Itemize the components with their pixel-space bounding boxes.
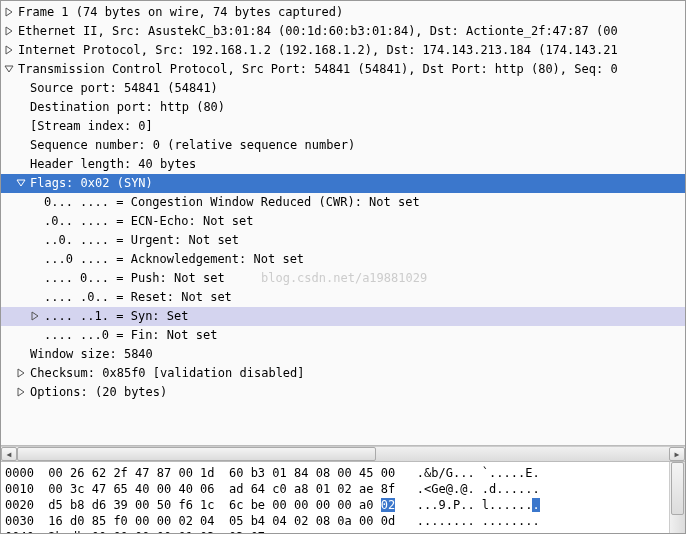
- ip-row[interactable]: Internet Protocol, Src: 192.168.1.2 (192…: [1, 41, 685, 60]
- hex-row[interactable]: 0000 00 26 62 2f 47 87 00 1d 60 b3 01 84…: [5, 465, 681, 481]
- hlen-label: Header length: 40 bytes: [30, 157, 196, 171]
- frame-label: Frame 1 (74 bytes on wire, 74 bytes capt…: [18, 5, 343, 19]
- hex-bytes: 00 3c 47 65 40 00 40 06 ad 64 c0 a8 01 0…: [48, 482, 395, 496]
- hex-row[interactable]: 0040 2b db 00 00 00 00 01 03 03 07 +....…: [5, 529, 681, 533]
- hex-row[interactable]: 0010 00 3c 47 65 40 00 40 06 ad 64 c0 a8…: [5, 481, 681, 497]
- horizontal-scrollbar[interactable]: ◀ ▶: [1, 446, 685, 462]
- flag-psh-row[interactable]: .... 0... = Push: Not setblog.csdn.net/a…: [1, 269, 685, 288]
- hex-row[interactable]: 0020 d5 b8 d6 39 00 50 f6 1c 6c be 00 00…: [5, 497, 681, 513]
- ip-label: Internet Protocol, Src: 192.168.1.2 (192…: [18, 43, 618, 57]
- srcport-label: Source port: 54841 (54841): [30, 81, 218, 95]
- flags-label: Flags: 0x02 (SYN): [30, 176, 153, 190]
- stream-label: [Stream index: 0]: [30, 119, 153, 133]
- flags-row[interactable]: Flags: 0x02 (SYN): [1, 174, 685, 193]
- expand-icon[interactable]: [4, 45, 16, 57]
- flag-ecn-row[interactable]: .0.. .... = ECN-Echo: Not set: [1, 212, 685, 231]
- expand-icon[interactable]: [4, 7, 16, 19]
- hex-ascii-selected: .: [532, 498, 539, 512]
- seq-label: Sequence number: 0 (relative sequence nu…: [30, 138, 355, 152]
- seq-row[interactable]: Sequence number: 0 (relative sequence nu…: [1, 136, 685, 155]
- hex-offset: 0010: [5, 482, 34, 496]
- hex-byte-selected: 02: [381, 498, 395, 512]
- scrollbar-track[interactable]: [17, 447, 669, 461]
- flag-rst-row[interactable]: .... .0.. = Reset: Not set: [1, 288, 685, 307]
- tcp-row[interactable]: Transmission Control Protocol, Src Port:…: [1, 60, 685, 79]
- stream-row[interactable]: [Stream index: 0]: [1, 117, 685, 136]
- hex-bytes: d5 b8 d6 39 00 50 f6 1c 6c be 00 00 00 0…: [48, 498, 380, 512]
- flag-fin-label: .... ...0 = Fin: Not set: [44, 328, 217, 342]
- hex-offset: 0000: [5, 466, 34, 480]
- hex-bytes: 00 26 62 2f 47 87 00 1d 60 b3 01 84 08 0…: [48, 466, 395, 480]
- hex-ascii: ...9.P.. l......: [417, 498, 533, 512]
- expand-icon[interactable]: [30, 311, 42, 323]
- options-label: Options: (20 bytes): [30, 385, 167, 399]
- hex-ascii: +....... ..: [417, 530, 496, 533]
- scrollbar-thumb[interactable]: [17, 447, 376, 461]
- dstport-label: Destination port: http (80): [30, 100, 225, 114]
- flag-urg-label: ..0. .... = Urgent: Not set: [44, 233, 239, 247]
- flag-ack-row[interactable]: ...0 .... = Acknowledgement: Not set: [1, 250, 685, 269]
- expand-icon[interactable]: [16, 368, 28, 380]
- scrollbar-thumb[interactable]: [671, 462, 684, 515]
- dstport-row[interactable]: Destination port: http (80): [1, 98, 685, 117]
- flag-ack-label: ...0 .... = Acknowledgement: Not set: [44, 252, 304, 266]
- checksum-label: Checksum: 0x85f0 [validation disabled]: [30, 366, 305, 380]
- flag-ecn-label: .0.. .... = ECN-Echo: Not set: [44, 214, 254, 228]
- vertical-scrollbar[interactable]: [669, 462, 685, 533]
- collapse-icon[interactable]: [4, 64, 16, 76]
- srcport-row[interactable]: Source port: 54841 (54841): [1, 79, 685, 98]
- hex-ascii: .&b/G... `.....E.: [417, 466, 540, 480]
- tcp-label: Transmission Control Protocol, Src Port:…: [18, 62, 618, 76]
- hex-offset: 0020: [5, 498, 34, 512]
- scroll-right-icon[interactable]: ▶: [669, 447, 685, 461]
- collapse-icon[interactable]: [16, 178, 28, 190]
- expand-icon[interactable]: [4, 26, 16, 38]
- flag-fin-row[interactable]: .... ...0 = Fin: Not set: [1, 326, 685, 345]
- winsize-label: Window size: 5840: [30, 347, 153, 361]
- hex-row[interactable]: 0030 16 d0 85 f0 00 00 02 04 05 b4 04 02…: [5, 513, 681, 529]
- flag-syn-row[interactable]: .... ..1. = Syn: Set: [1, 307, 685, 326]
- flag-psh-label: .... 0... = Push: Not set: [44, 271, 225, 285]
- watermark-text: blog.csdn.net/a19881029: [261, 270, 427, 287]
- hex-bytes: 2b db 00 00 00 00 01 03 03 07: [48, 530, 265, 533]
- ethernet-row[interactable]: Ethernet II, Src: AsustekC_b3:01:84 (00:…: [1, 22, 685, 41]
- hlen-row[interactable]: Header length: 40 bytes: [1, 155, 685, 174]
- scroll-left-icon[interactable]: ◀: [1, 447, 17, 461]
- winsize-row[interactable]: Window size: 5840: [1, 345, 685, 364]
- flag-rst-label: .... .0.. = Reset: Not set: [44, 290, 232, 304]
- hex-offset: 0030: [5, 514, 34, 528]
- hex-ascii: ........ ........: [417, 514, 540, 528]
- options-row[interactable]: Options: (20 bytes): [1, 383, 685, 402]
- checksum-row[interactable]: Checksum: 0x85f0 [validation disabled]: [1, 364, 685, 383]
- hex-bytes: 16 d0 85 f0 00 00 02 04 05 b4 04 02 08 0…: [48, 514, 395, 528]
- flag-syn-label: .... ..1. = Syn: Set: [44, 309, 189, 323]
- expand-icon[interactable]: [16, 387, 28, 399]
- hex-dump-pane[interactable]: 0000 00 26 62 2f 47 87 00 1d 60 b3 01 84…: [1, 462, 685, 533]
- flag-urg-row[interactable]: ..0. .... = Urgent: Not set: [1, 231, 685, 250]
- hex-ascii: .<Ge@.@. .d......: [417, 482, 540, 496]
- hex-offset: 0040: [5, 530, 34, 533]
- flag-cwr-row[interactable]: 0... .... = Congestion Window Reduced (C…: [1, 193, 685, 212]
- frame-row[interactable]: Frame 1 (74 bytes on wire, 74 bytes capt…: [1, 3, 685, 22]
- ethernet-label: Ethernet II, Src: AsustekC_b3:01:84 (00:…: [18, 24, 618, 38]
- flag-cwr-label: 0... .... = Congestion Window Reduced (C…: [44, 195, 420, 209]
- packet-details-tree[interactable]: Frame 1 (74 bytes on wire, 74 bytes capt…: [1, 1, 685, 446]
